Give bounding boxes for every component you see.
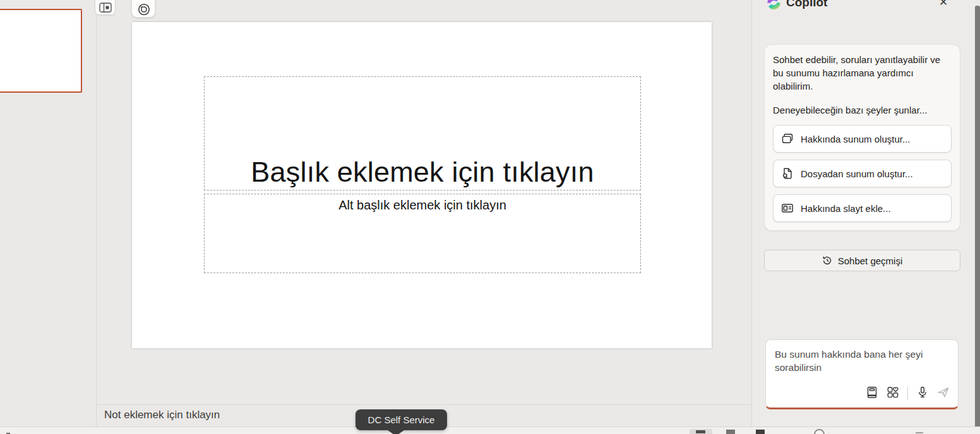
microphone-icon	[916, 386, 929, 401]
notebook-icon	[866, 386, 878, 401]
subtitle-placeholder-text: Alt başlık eklemek için tıklayın	[338, 198, 506, 213]
tooltip-tail	[388, 430, 404, 434]
copilot-intro-text: Sohbet edebilir, soruları yanıtlayabilir…	[773, 53, 952, 93]
slide-thumbnail-1[interactable]	[0, 9, 82, 93]
suggestion-create-presentation-about[interactable]: Hakkında sunum oluştur...	[773, 125, 952, 153]
chat-history-label: Sohbet geçmişi	[838, 255, 903, 266]
title-placeholder-text: Başlık eklemek için tıklayın	[251, 156, 594, 188]
copilot-close-button[interactable]: ✕	[939, 0, 948, 9]
copilot-logo-icon	[765, 0, 782, 14]
thumbnail-pane-toggle-button[interactable]	[95, 0, 116, 15]
slide-canvas: Başlık eklemek için tıklayın Alt başlık …	[132, 22, 712, 348]
status-bar-right-item	[916, 432, 923, 433]
chat-history-button[interactable]: Sohbet geçmişi	[764, 250, 960, 271]
addins-icon	[887, 386, 899, 401]
input-icons-divider	[907, 387, 908, 400]
copilot-input-box[interactable]: Bu sunum hakkında bana her şeyi sorabili…	[765, 339, 959, 409]
zoom-slider-handle[interactable]	[814, 429, 825, 434]
suggestion-add-slide-about[interactable]: Hakkında slayt ekle...	[773, 194, 952, 222]
microphone-button[interactable]	[916, 386, 929, 401]
slide-layout-icon	[781, 202, 794, 214]
copilot-welcome-card: Sohbet edebilir, soruları yanıtlayabilir…	[764, 44, 960, 231]
notes-divider[interactable]	[97, 404, 751, 405]
status-bar	[0, 426, 980, 434]
notebook-button[interactable]	[866, 386, 878, 401]
window-right-edge	[975, 6, 980, 434]
file-search-icon	[781, 167, 794, 180]
copilot-input-placeholder: Bu sunum hakkında bana her şeyi sorabili…	[775, 348, 934, 374]
suggestion-create-presentation-from-file[interactable]: Dosyadan sunum oluştur...	[773, 160, 952, 187]
normal-view-icon	[696, 430, 705, 433]
suggestion-label: Hakkında sunum oluştur...	[801, 134, 910, 144]
copilot-panel-title: Copilot	[786, 0, 827, 9]
title-placeholder[interactable]: Başlık eklemek için tıklayın	[204, 76, 641, 191]
slide-sorter-view-button[interactable]	[726, 430, 735, 434]
slides-copy-icon	[781, 132, 794, 145]
normal-view-button[interactable]	[690, 429, 712, 434]
thumbnail-pane-divider	[96, 15, 97, 426]
designer-button[interactable]	[131, 0, 155, 18]
slideshow-view-button[interactable]	[756, 430, 765, 434]
taskbar-tooltip-label: DC Self Service	[368, 414, 435, 425]
copilot-try-heading: Deneyebileceğin bazı şeyler şunlar...	[773, 103, 952, 117]
notes-placeholder[interactable]: Not eklemek için tıklayın	[104, 409, 220, 421]
taskbar-tooltip: DC Self Service	[356, 409, 447, 430]
addins-button[interactable]	[887, 386, 899, 401]
copilot-panel: Copilot ✕ Sohbet edebilir, soruları yanı…	[751, 0, 975, 434]
suggestion-label: Dosyadan sunum oluştur...	[801, 168, 913, 179]
copilot-panel-divider	[751, 0, 752, 426]
history-icon	[822, 255, 832, 266]
send-button[interactable]	[937, 386, 950, 401]
send-icon	[937, 386, 950, 401]
suggestion-label: Hakkında slayt ekle...	[801, 203, 891, 214]
subtitle-placeholder[interactable]: Alt başlık eklemek için tıklayın	[204, 194, 641, 273]
